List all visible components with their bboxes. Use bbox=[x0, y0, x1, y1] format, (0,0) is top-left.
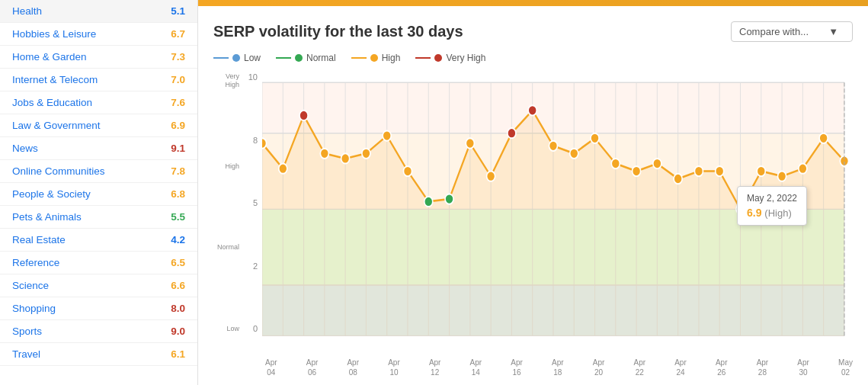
x-axis-label: Apr10 bbox=[388, 358, 400, 377]
chart-area: SERP volatility for the last 30 days Com… bbox=[198, 6, 868, 385]
sidebar-item-label: People & Society bbox=[12, 188, 91, 200]
sidebar-item-label: Home & Garden bbox=[12, 51, 87, 63]
sidebar-item-value: 5.5 bbox=[171, 211, 185, 223]
svg-point-57 bbox=[653, 159, 661, 168]
legend-label: Very High bbox=[446, 53, 485, 63]
svg-point-60 bbox=[716, 166, 724, 176]
sidebar-item[interactable]: Travel6.1 bbox=[0, 343, 197, 366]
chart-svg bbox=[262, 72, 853, 356]
legend-dot bbox=[434, 54, 442, 62]
legend-dot bbox=[232, 54, 240, 62]
legend-label: High bbox=[382, 53, 401, 63]
svg-point-63 bbox=[778, 172, 786, 181]
sidebar-item[interactable]: Jobs & Education7.6 bbox=[0, 91, 197, 114]
svg-point-65 bbox=[819, 133, 828, 143]
zone-normal: Normal bbox=[213, 243, 239, 252]
sidebar-item[interactable]: Health5.1 bbox=[0, 0, 197, 23]
svg-point-43 bbox=[362, 149, 370, 159]
legend-label: Normal bbox=[306, 53, 336, 63]
svg-point-59 bbox=[694, 166, 703, 176]
svg-point-61 bbox=[736, 204, 745, 214]
sidebar-item[interactable]: Science6.6 bbox=[0, 274, 197, 297]
y-axis-zones: VeryHigh High Normal Low bbox=[213, 72, 241, 356]
sidebar-item-label: News bbox=[12, 143, 38, 154]
chart-header: SERP volatility for the last 30 days Com… bbox=[213, 21, 853, 42]
legend: LowNormalHighVery High bbox=[213, 53, 853, 63]
chart-title: SERP volatility for the last 30 days bbox=[213, 23, 463, 40]
svg-point-53 bbox=[570, 149, 578, 159]
sidebar-item[interactable]: Home & Garden7.3 bbox=[0, 46, 197, 69]
svg-point-42 bbox=[341, 153, 350, 163]
sidebar-item-value: 6.6 bbox=[171, 280, 185, 291]
sidebar-item[interactable]: News9.1 bbox=[0, 137, 197, 160]
chart-wrapper: VeryHigh High Normal Low 10 8 5 2 0 May … bbox=[213, 72, 853, 356]
chevron-down-icon: ▼ bbox=[828, 26, 838, 37]
x-axis-label: Apr26 bbox=[716, 358, 728, 377]
sidebar-item-value: 7.3 bbox=[171, 51, 185, 63]
sidebar-item[interactable]: Sports9.0 bbox=[0, 320, 197, 343]
sidebar-item[interactable]: Hobbies & Leisure6.7 bbox=[0, 23, 197, 46]
y-axis-labels: 10 8 5 2 0 bbox=[241, 72, 262, 356]
zone-high: High bbox=[213, 162, 239, 171]
chart-canvas-wrapper: May 2, 2022 6.9 (High) bbox=[262, 72, 853, 356]
sidebar-item-label: Travel bbox=[12, 348, 40, 360]
legend-dot bbox=[295, 54, 303, 62]
zone-low: Low bbox=[213, 325, 239, 333]
legend-item: High bbox=[351, 53, 401, 63]
svg-point-39 bbox=[279, 164, 287, 174]
sidebar-item[interactable]: Reference6.5 bbox=[0, 252, 197, 274]
sidebar-item-value: 4.2 bbox=[171, 234, 185, 245]
y-label-0: 0 bbox=[253, 324, 258, 333]
x-axis-label: Apr14 bbox=[470, 358, 482, 377]
svg-point-58 bbox=[674, 174, 682, 184]
svg-point-47 bbox=[445, 194, 453, 204]
sidebar-item[interactable]: Shopping8.0 bbox=[0, 297, 197, 320]
legend-line bbox=[213, 57, 229, 59]
svg-point-45 bbox=[403, 166, 412, 176]
sidebar-item-label: Pets & Animals bbox=[12, 211, 82, 223]
x-axis-label: Apr04 bbox=[265, 358, 277, 377]
x-axis-label: Apr24 bbox=[674, 358, 687, 377]
sidebar-item-value: 6.8 bbox=[171, 188, 185, 200]
legend-label: Low bbox=[244, 53, 261, 63]
legend-item: Low bbox=[213, 53, 261, 63]
sidebar-item[interactable]: People & Society6.8 bbox=[0, 183, 197, 206]
compare-label: Compare with... bbox=[739, 26, 809, 37]
sidebar-item[interactable]: Internet & Telecom7.0 bbox=[0, 69, 197, 91]
x-axis-label: Apr28 bbox=[757, 358, 769, 377]
sidebar-item[interactable]: Real Estate4.2 bbox=[0, 229, 197, 252]
x-axis-label: Apr22 bbox=[633, 358, 645, 377]
sidebar-item[interactable]: Pets & Animals5.5 bbox=[0, 206, 197, 229]
x-axis-label: Apr06 bbox=[306, 358, 319, 377]
svg-point-40 bbox=[299, 111, 308, 120]
svg-point-51 bbox=[528, 105, 536, 115]
sidebar-item[interactable]: Online Communities7.8 bbox=[0, 160, 197, 183]
svg-point-50 bbox=[508, 128, 516, 138]
top-bar bbox=[198, 0, 868, 6]
x-axis-label: Apr18 bbox=[552, 358, 564, 377]
legend-line bbox=[351, 57, 367, 59]
sidebar-item-label: Real Estate bbox=[12, 234, 66, 245]
svg-point-54 bbox=[591, 133, 599, 143]
y-label-10: 10 bbox=[248, 72, 258, 82]
x-axis-label: Apr20 bbox=[593, 358, 605, 377]
sidebar-item-label: Shopping bbox=[12, 303, 56, 314]
y-label-2: 2 bbox=[253, 261, 258, 271]
sidebar: Health5.1Hobbies & Leisure6.7Home & Gard… bbox=[0, 0, 198, 385]
svg-point-56 bbox=[633, 166, 641, 176]
sidebar-item-label: Hobbies & Leisure bbox=[12, 28, 96, 40]
svg-point-46 bbox=[424, 197, 433, 207]
sidebar-item-label: Law & Government bbox=[12, 120, 101, 131]
zone-very-high: VeryHigh bbox=[213, 72, 239, 89]
svg-point-49 bbox=[487, 172, 495, 181]
svg-point-62 bbox=[757, 166, 765, 176]
sidebar-item-value: 6.9 bbox=[171, 120, 185, 131]
sidebar-item-label: Reference bbox=[12, 257, 59, 268]
sidebar-item-value: 6.7 bbox=[171, 28, 185, 40]
compare-dropdown[interactable]: Compare with... ▼ bbox=[731, 21, 853, 42]
svg-point-52 bbox=[549, 141, 557, 151]
legend-item: Very High bbox=[415, 53, 485, 63]
sidebar-item-label: Health bbox=[12, 5, 42, 17]
sidebar-item[interactable]: Law & Government6.9 bbox=[0, 114, 197, 137]
svg-point-55 bbox=[611, 159, 620, 168]
